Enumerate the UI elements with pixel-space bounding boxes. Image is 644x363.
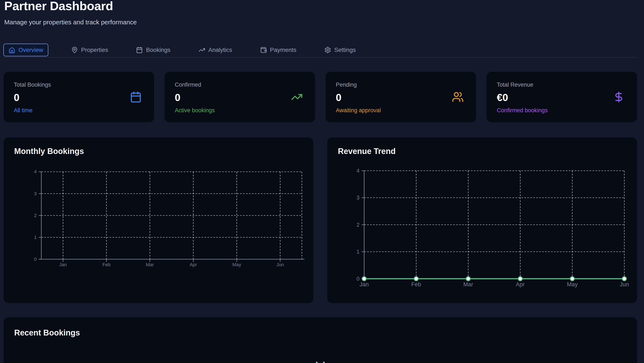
monthly-bookings-card: Monthly Bookings 01234JanFebMarAprMayJun <box>4 137 314 303</box>
svg-text:Jan: Jan <box>59 262 67 267</box>
svg-text:1: 1 <box>34 235 37 240</box>
stat-label: Total Bookings <box>14 82 51 88</box>
stat-card-total-revenue: Total Revenue €0 Confirmed bookings <box>486 72 637 122</box>
stat-value: 0 <box>14 92 51 103</box>
calendar-icon <box>136 46 143 53</box>
trending-up-icon <box>291 91 303 103</box>
revenue-trend-chart: 01234JanFebMarAprMayJun <box>327 138 638 304</box>
stat-caption: Awaiting approval <box>336 107 381 114</box>
svg-text:May: May <box>567 281 578 288</box>
stat-caption: Active bookings <box>175 107 215 114</box>
stat-value: €0 <box>497 92 548 103</box>
svg-text:May: May <box>232 262 241 267</box>
svg-text:0: 0 <box>34 256 37 262</box>
users-icon <box>452 91 464 103</box>
svg-text:2: 2 <box>34 213 37 218</box>
tab-bar: Overview Properties Bookings Analytics P… <box>4 43 637 58</box>
map-pin-icon <box>71 46 78 53</box>
svg-text:4: 4 <box>34 169 37 174</box>
tab-payments[interactable]: Payments <box>255 44 302 56</box>
stat-label: Total Revenue <box>497 82 548 88</box>
svg-text:1: 1 <box>356 249 360 254</box>
svg-text:3: 3 <box>356 195 360 200</box>
tab-settings[interactable]: Settings <box>319 44 361 56</box>
tab-overview[interactable]: Overview <box>4 44 48 56</box>
svg-text:Feb: Feb <box>102 262 110 267</box>
svg-text:0: 0 <box>356 276 360 282</box>
wallet-icon <box>260 46 267 53</box>
home-icon <box>8 46 15 53</box>
recent-bookings-card: Recent Bookings <box>4 317 637 363</box>
recent-bookings-title: Recent Bookings <box>14 328 80 337</box>
calendar-icon <box>130 91 142 103</box>
stat-card-pending: Pending 0 Awaiting approval <box>326 72 476 122</box>
svg-text:Mar: Mar <box>463 281 473 288</box>
tab-analytics[interactable]: Analytics <box>194 44 237 56</box>
settings-icon <box>324 46 331 53</box>
tab-properties[interactable]: Properties <box>66 44 113 56</box>
revenue-trend-card: Revenue Trend 01234JanFebMarAprMayJun <box>327 137 637 303</box>
svg-text:Jan: Jan <box>360 281 369 288</box>
stat-value: 0 <box>175 92 215 103</box>
svg-text:Mar: Mar <box>146 262 154 267</box>
tab-bookings[interactable]: Bookings <box>131 44 176 56</box>
svg-text:Apr: Apr <box>190 262 197 267</box>
svg-text:3: 3 <box>34 191 37 196</box>
trending-up-icon <box>198 46 205 53</box>
svg-text:Apr: Apr <box>516 281 525 288</box>
svg-text:Jun: Jun <box>620 281 629 288</box>
calendar-icon <box>310 361 331 363</box>
stat-caption: Confirmed bookings <box>497 107 548 114</box>
page-subtitle: Manage your properties and track perform… <box>4 19 137 26</box>
stat-card-total-bookings: Total Bookings 0 All time <box>4 72 154 122</box>
stat-value: 0 <box>336 92 381 103</box>
stats-row: Total Bookings 0 All time Confirmed 0 Ac… <box>4 72 637 122</box>
svg-text:Jun: Jun <box>276 262 284 267</box>
stat-caption: All time <box>14 107 51 114</box>
svg-text:4: 4 <box>356 168 360 174</box>
partner-dashboard-page: Partner Dashboard Manage your properties… <box>0 0 644 363</box>
page-title: Partner Dashboard <box>4 0 113 13</box>
stat-card-confirmed: Confirmed 0 Active bookings <box>164 72 315 122</box>
svg-text:2: 2 <box>356 222 360 228</box>
dollar-sign-icon <box>613 91 625 103</box>
stat-label: Pending <box>336 82 381 88</box>
stat-label: Confirmed <box>175 82 215 88</box>
monthly-bookings-chart: 01234JanFebMarAprMayJun <box>4 138 314 304</box>
svg-text:Feb: Feb <box>411 281 421 288</box>
